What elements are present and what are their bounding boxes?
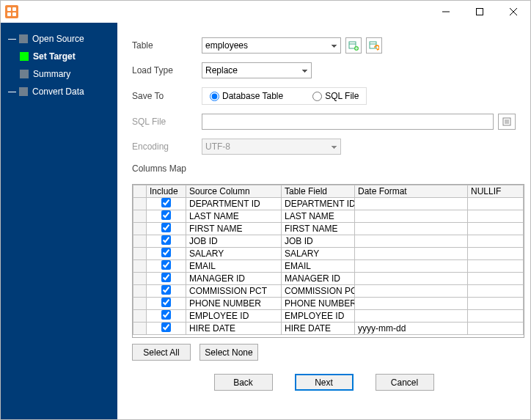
include-cell[interactable]	[147, 248, 186, 260]
nullif-cell[interactable]	[468, 248, 524, 260]
col-include[interactable]: Include	[147, 185, 186, 198]
nav-item-summary[interactable]: Summary	[1, 65, 117, 83]
table-row[interactable]: FIRST NAMEFIRST NAME	[133, 223, 524, 235]
date-cell[interactable]	[355, 235, 468, 248]
field-cell[interactable]: COMMISSION PCT	[282, 285, 355, 298]
include-cell[interactable]	[147, 298, 186, 310]
date-cell[interactable]	[355, 298, 468, 310]
cancel-button[interactable]: Cancel	[376, 374, 434, 391]
nullif-cell[interactable]	[468, 235, 524, 248]
table-row[interactable]: COMMISSION PCTCOMMISSION PCT	[133, 285, 524, 298]
nav-item-set-target[interactable]: Set Target	[1, 48, 117, 65]
col-date[interactable]: Date Format	[355, 185, 468, 198]
include-cell[interactable]	[147, 273, 186, 285]
table-row[interactable]: DEPARTMENT IDDEPARTMENT ID	[133, 198, 524, 210]
nav-item-open-source[interactable]: Open Source	[1, 30, 117, 48]
field-cell[interactable]: LAST NAME	[282, 210, 355, 223]
row-header[interactable]	[133, 285, 147, 298]
date-cell[interactable]	[355, 260, 468, 273]
date-cell[interactable]	[355, 273, 468, 285]
field-cell[interactable]: SALARY	[282, 248, 355, 260]
save-db-radio[interactable]: Database Table	[210, 91, 283, 101]
nullif-cell[interactable]	[468, 273, 524, 285]
table-row[interactable]: SALARYSALARY	[133, 248, 524, 260]
nullif-cell[interactable]	[468, 260, 524, 273]
next-button[interactable]: Next	[295, 374, 354, 391]
load-type-select[interactable]: Replace	[202, 62, 312, 78]
row-header[interactable]	[133, 198, 147, 210]
include-cell[interactable]	[147, 198, 186, 210]
source-cell[interactable]: SALARY	[186, 248, 282, 260]
field-cell[interactable]: FIRST NAME	[282, 223, 355, 235]
date-cell[interactable]	[355, 223, 468, 235]
source-cell[interactable]: LAST NAME	[186, 210, 282, 223]
source-cell[interactable]: HIRE DATE	[186, 323, 282, 335]
field-cell[interactable]: JOB ID	[282, 235, 355, 248]
include-cell[interactable]	[147, 310, 186, 323]
row-header[interactable]	[133, 235, 147, 248]
source-cell[interactable]: MANAGER ID	[186, 273, 282, 285]
nav-item-convert-data[interactable]: Convert Data	[1, 83, 117, 100]
date-cell[interactable]	[355, 248, 468, 260]
date-cell[interactable]	[355, 198, 468, 210]
table-row[interactable]: PHONE NUMBERPHONE NUMBER	[133, 298, 524, 310]
include-cell[interactable]	[147, 210, 186, 223]
row-header[interactable]	[133, 323, 147, 335]
source-cell[interactable]: EMPLOYEE ID	[186, 310, 282, 323]
nullif-cell[interactable]	[468, 198, 524, 210]
nullif-cell[interactable]	[468, 298, 524, 310]
maximize-button[interactable]	[463, 1, 497, 23]
row-header[interactable]	[133, 298, 147, 310]
field-cell[interactable]: EMAIL	[282, 260, 355, 273]
field-cell[interactable]: PHONE NUMBER	[282, 298, 355, 310]
include-cell[interactable]	[147, 235, 186, 248]
table-row[interactable]: JOB IDJOB ID	[133, 235, 524, 248]
source-cell[interactable]: COMMISSION PCT	[186, 285, 282, 298]
browse-button[interactable]	[498, 114, 516, 130]
col-source[interactable]: Source Column	[186, 185, 282, 198]
source-cell[interactable]: DEPARTMENT ID	[186, 198, 282, 210]
nullif-cell[interactable]	[468, 285, 524, 298]
row-header[interactable]	[133, 310, 147, 323]
col-field[interactable]: Table Field	[282, 185, 355, 198]
nullif-cell[interactable]	[468, 210, 524, 223]
field-cell[interactable]: MANAGER ID	[282, 273, 355, 285]
include-cell[interactable]	[147, 260, 186, 273]
minimize-button[interactable]	[429, 1, 463, 23]
col-nullif[interactable]: NULLIF	[468, 185, 524, 198]
date-cell[interactable]	[355, 210, 468, 223]
include-cell[interactable]	[147, 223, 186, 235]
refresh-table-icon[interactable]	[366, 37, 382, 54]
field-cell[interactable]: DEPARTMENT ID	[282, 198, 355, 210]
add-table-icon[interactable]	[345, 37, 362, 54]
include-cell[interactable]	[147, 285, 186, 298]
field-cell[interactable]: EMPLOYEE ID	[282, 310, 355, 323]
table-row[interactable]: MANAGER IDMANAGER ID	[133, 273, 524, 285]
save-sql-radio[interactable]: SQL File	[312, 91, 359, 101]
date-cell[interactable]	[355, 310, 468, 323]
date-cell[interactable]: yyyy-mm-dd	[355, 323, 468, 335]
table-row[interactable]: LAST NAMELAST NAME	[133, 210, 524, 223]
row-header[interactable]	[133, 273, 147, 285]
row-header[interactable]	[133, 223, 147, 235]
select-all-button[interactable]: Select All	[132, 344, 191, 361]
select-none-button[interactable]: Select None	[199, 344, 258, 361]
nullif-cell[interactable]	[468, 223, 524, 235]
include-cell[interactable]	[147, 323, 186, 335]
table-row[interactable]: EMAILEMAIL	[133, 260, 524, 273]
row-header[interactable]	[133, 260, 147, 273]
columns-grid[interactable]: Include Source Column Table Field Date F…	[132, 184, 524, 338]
row-header[interactable]	[133, 210, 147, 223]
back-button[interactable]: Back	[214, 374, 273, 391]
source-cell[interactable]: EMAIL	[186, 260, 282, 273]
source-cell[interactable]: PHONE NUMBER	[186, 298, 282, 310]
table-row[interactable]: HIRE DATEHIRE DATEyyyy-mm-dd	[133, 323, 524, 335]
row-header[interactable]	[133, 248, 147, 260]
source-cell[interactable]: FIRST NAME	[186, 223, 282, 235]
table-select[interactable]: employees	[202, 37, 341, 54]
close-button[interactable]	[497, 1, 530, 23]
table-row[interactable]: EMPLOYEE IDEMPLOYEE ID	[133, 310, 524, 323]
field-cell[interactable]: HIRE DATE	[282, 323, 355, 335]
nullif-cell[interactable]	[468, 310, 524, 323]
date-cell[interactable]	[355, 285, 468, 298]
